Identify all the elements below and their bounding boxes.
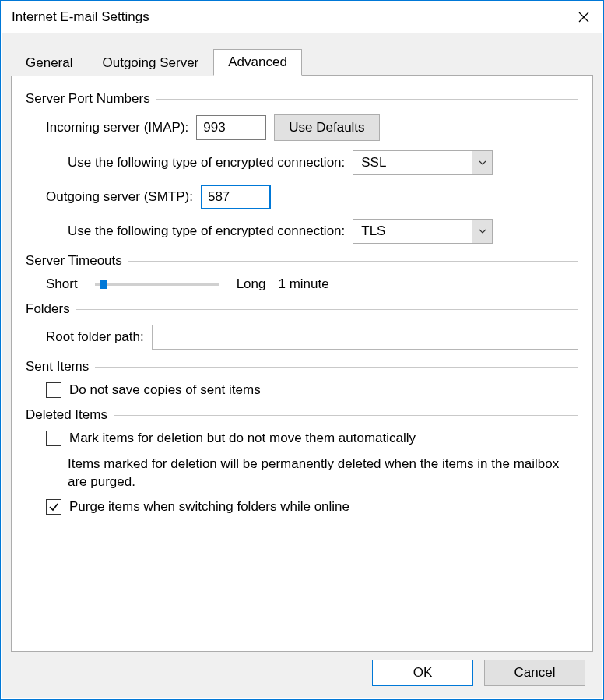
close-icon: [578, 12, 589, 23]
no-save-copies-label: Do not save copies of sent items: [69, 382, 261, 398]
timeout-value: 1 minute: [278, 276, 328, 292]
divider: [76, 309, 578, 310]
chevron-down-icon: [472, 151, 492, 174]
timeout-short-label: Short: [46, 276, 78, 292]
tabpanel-advanced: Server Port Numbers Incoming server (IMA…: [11, 76, 593, 652]
divider: [128, 261, 578, 262]
window-title: Internet E-mail Settings: [12, 9, 149, 25]
tab-advanced[interactable]: Advanced: [213, 49, 302, 76]
close-button[interactable]: [564, 1, 603, 33]
group-deleted-items: Deleted Items Mark items for deletion bu…: [26, 407, 578, 515]
group-title-sent: Sent Items: [26, 359, 89, 375]
use-defaults-button[interactable]: Use Defaults: [274, 114, 379, 141]
purge-on-switch-label: Purge items when switching folders while…: [69, 499, 349, 515]
outgoing-encryption-select[interactable]: TLS: [353, 219, 493, 244]
dialog-window: Internet E-mail Settings General Outgoin…: [0, 0, 604, 700]
deleted-items-help-text: Items marked for deletion will be perman…: [26, 456, 578, 491]
timeout-long-label: Long: [237, 276, 266, 292]
outgoing-server-label: Outgoing server (SMTP):: [46, 189, 193, 205]
chevron-down-icon: [472, 220, 492, 243]
outgoing-encryption-label: Use the following type of encrypted conn…: [68, 223, 345, 239]
incoming-encryption-value: SSL: [353, 151, 472, 174]
cancel-button[interactable]: Cancel: [484, 660, 585, 686]
divider: [156, 99, 578, 100]
incoming-server-label: Incoming server (IMAP):: [46, 120, 188, 135]
slider-thumb[interactable]: [100, 280, 107, 289]
group-sent-items: Sent Items Do not save copies of sent it…: [26, 359, 578, 398]
mark-for-deletion-checkbox[interactable]: [46, 431, 61, 446]
check-icon: [48, 501, 59, 512]
incoming-encryption-label: Use the following type of encrypted conn…: [68, 155, 345, 171]
tab-general[interactable]: General: [11, 50, 87, 76]
group-title-timeouts: Server Timeouts: [26, 253, 122, 269]
group-title-ports: Server Port Numbers: [26, 91, 150, 107]
titlebar: Internet E-mail Settings: [1, 1, 603, 33]
dialog-buttons: OK Cancel: [372, 660, 585, 686]
purge-on-switch-checkbox[interactable]: [46, 499, 61, 515]
incoming-encryption-select[interactable]: SSL: [353, 150, 493, 175]
no-save-copies-checkbox[interactable]: [46, 382, 61, 398]
outgoing-port-input[interactable]: [201, 185, 271, 209]
group-server-timeouts: Server Timeouts Short Long 1 minute: [26, 253, 578, 292]
client-area: General Outgoing Server Advanced Server …: [2, 33, 602, 698]
divider: [95, 367, 578, 368]
group-server-port-numbers: Server Port Numbers Incoming server (IMA…: [26, 91, 578, 244]
ok-button[interactable]: OK: [372, 660, 473, 686]
root-folder-label: Root folder path:: [46, 329, 144, 345]
tab-strip: General Outgoing Server Advanced: [11, 47, 593, 76]
tab-outgoing-server[interactable]: Outgoing Server: [87, 50, 213, 76]
group-title-folders: Folders: [26, 301, 70, 317]
outgoing-encryption-value: TLS: [353, 220, 472, 243]
group-title-deleted: Deleted Items: [26, 407, 107, 423]
timeout-slider[interactable]: [95, 283, 219, 286]
mark-for-deletion-label: Mark items for deletion but do not move …: [69, 431, 416, 446]
incoming-port-input[interactable]: [196, 115, 266, 140]
tabs-container: General Outgoing Server Advanced Server …: [2, 33, 602, 652]
group-folders: Folders Root folder path:: [26, 301, 578, 350]
divider: [114, 415, 578, 416]
root-folder-input[interactable]: [152, 325, 578, 350]
